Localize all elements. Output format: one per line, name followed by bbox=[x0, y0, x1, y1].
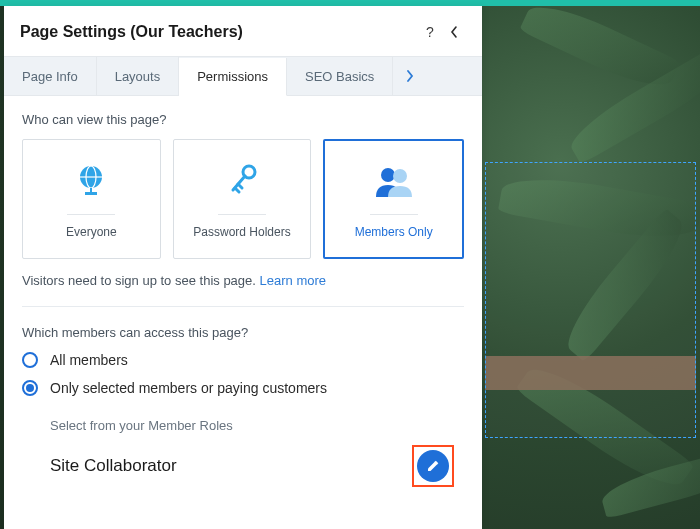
member-roles-label: Select from your Member Roles bbox=[50, 418, 464, 433]
radio-icon bbox=[22, 352, 38, 368]
canvas-selection-region[interactable] bbox=[485, 162, 696, 438]
help-button[interactable]: ? bbox=[418, 20, 442, 44]
members-access-question: Which members can access this page? bbox=[22, 325, 464, 340]
panel-body: Who can view this page? Everyone bbox=[4, 96, 482, 529]
hint-text: Visitors need to sign up to see this pag… bbox=[22, 273, 260, 288]
chevron-right-icon bbox=[406, 70, 414, 82]
pencil-icon bbox=[425, 458, 441, 474]
tab-layouts[interactable]: Layouts bbox=[97, 57, 180, 95]
card-everyone[interactable]: Everyone bbox=[22, 139, 161, 259]
panel-title: Page Settings (Our Teachers) bbox=[20, 23, 418, 41]
back-button[interactable] bbox=[442, 20, 466, 44]
view-permission-question: Who can view this page? bbox=[22, 112, 464, 127]
learn-more-link[interactable]: Learn more bbox=[260, 273, 326, 288]
help-icon: ? bbox=[426, 24, 434, 40]
members-icon bbox=[372, 160, 416, 204]
tab-label: Page Info bbox=[22, 69, 78, 84]
section-divider bbox=[22, 306, 464, 307]
member-roles-subsection: Select from your Member Roles Site Colla… bbox=[22, 418, 464, 487]
card-label: Members Only bbox=[355, 225, 433, 239]
card-label: Everyone bbox=[66, 225, 117, 239]
highlight-box bbox=[412, 445, 454, 487]
tab-label: SEO Basics bbox=[305, 69, 374, 84]
radio-label: Only selected members or paying customer… bbox=[50, 380, 327, 396]
role-row: Site Collaborator bbox=[50, 445, 464, 487]
radio-all-members[interactable]: All members bbox=[22, 352, 464, 368]
card-password-holders[interactable]: Password Holders bbox=[173, 139, 312, 259]
view-permission-cards: Everyone Password Holders bbox=[22, 139, 464, 259]
role-name: Site Collaborator bbox=[50, 456, 177, 476]
edit-role-button[interactable] bbox=[417, 450, 449, 482]
settings-tabs: Page Info Layouts Permissions SEO Basics bbox=[4, 56, 482, 96]
signup-hint: Visitors need to sign up to see this pag… bbox=[22, 273, 464, 288]
tab-permissions[interactable]: Permissions bbox=[179, 58, 287, 96]
svg-rect-4 bbox=[90, 188, 92, 193]
radio-selected-members[interactable]: Only selected members or paying customer… bbox=[22, 380, 464, 396]
tab-page-info[interactable]: Page Info bbox=[4, 57, 97, 95]
tab-label: Layouts bbox=[115, 69, 161, 84]
radio-label: All members bbox=[50, 352, 128, 368]
panel-header: Page Settings (Our Teachers) ? bbox=[4, 6, 482, 56]
radio-icon bbox=[22, 380, 38, 396]
chevron-left-icon bbox=[449, 25, 459, 39]
tab-label: Permissions bbox=[197, 69, 268, 84]
svg-line-8 bbox=[238, 184, 242, 188]
svg-line-7 bbox=[235, 188, 239, 192]
tabs-scroll-right[interactable] bbox=[393, 57, 427, 95]
svg-point-10 bbox=[393, 169, 407, 183]
svg-point-9 bbox=[381, 168, 395, 182]
tab-seo-basics[interactable]: SEO Basics bbox=[287, 57, 393, 95]
globe-icon bbox=[72, 160, 110, 204]
page-settings-panel: Page Settings (Our Teachers) ? Page Info… bbox=[4, 6, 482, 529]
card-members-only[interactable]: Members Only bbox=[323, 139, 464, 259]
key-icon bbox=[225, 160, 259, 204]
card-label: Password Holders bbox=[193, 225, 290, 239]
